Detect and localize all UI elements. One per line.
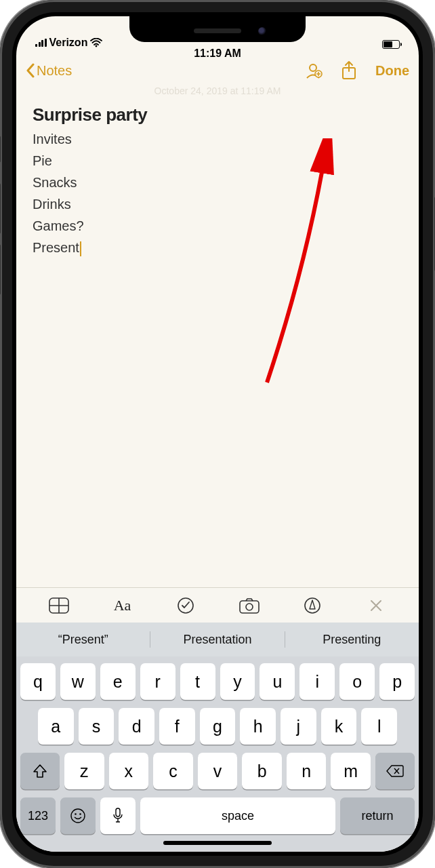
shift-key[interactable] [20,753,60,789]
key-f[interactable]: f [159,708,195,745]
key-g[interactable]: g [200,708,236,745]
home-indicator[interactable] [163,841,272,845]
note-body[interactable]: Surprise party InvitesPieSnacksDrinksGam… [16,96,419,267]
key-e[interactable]: e [100,663,136,700]
svg-point-1 [310,64,316,71]
key-w[interactable]: w [60,663,96,700]
markup-button[interactable] [301,594,324,617]
chevron-left-icon [26,63,35,78]
close-toolbar-button[interactable] [365,594,388,617]
numbers-key[interactable]: 123 [20,797,56,834]
checklist-button[interactable] [174,594,197,617]
note-line: Invites [33,128,402,150]
key-h[interactable]: h [240,708,276,745]
back-label: Notes [37,63,72,79]
svg-rect-6 [240,601,259,613]
emoji-icon [70,808,86,824]
key-u[interactable]: u [260,663,295,700]
key-v[interactable]: v [198,753,238,789]
key-m[interactable]: m [331,753,371,789]
note-date: October 24, 2019 at 11:19 AM [16,85,419,96]
add-person-button[interactable] [302,60,323,81]
note-line: Drinks [33,193,402,215]
key-c[interactable]: c [153,753,193,789]
done-button[interactable]: Done [375,63,409,79]
key-t[interactable]: t [180,663,215,700]
key-q[interactable]: q [20,663,56,700]
key-r[interactable]: r [140,663,175,700]
share-icon [341,60,357,81]
note-title: Surprise party [33,104,402,125]
wifi-icon [90,38,102,47]
suggestion-1[interactable]: “Present” [16,629,150,651]
suggestion-3[interactable]: Presenting [285,629,419,651]
back-button[interactable]: Notes [26,63,72,79]
dictation-key[interactable] [100,797,136,834]
key-z[interactable]: z [64,753,104,789]
key-d[interactable]: d [119,708,154,745]
key-y[interactable]: y [220,663,255,700]
clock: 11:19 AM [194,47,241,60]
key-p[interactable]: p [379,663,415,700]
svg-point-11 [79,813,81,815]
svg-point-7 [246,604,253,610]
note-line: Games? [33,215,402,237]
backspace-icon [386,764,404,778]
shift-icon [33,764,47,778]
key-j[interactable]: j [281,708,316,745]
svg-point-10 [75,813,77,815]
key-o[interactable]: o [339,663,375,700]
svg-rect-12 [116,808,120,816]
key-i[interactable]: i [299,663,335,700]
camera-button[interactable] [238,594,261,617]
return-key[interactable]: return [340,797,415,834]
microphone-icon [112,808,123,824]
key-l[interactable]: l [361,708,397,745]
key-n[interactable]: n [287,753,327,789]
key-a[interactable]: a [38,708,74,745]
suggestion-2[interactable]: Presentation [150,629,284,651]
key-b[interactable]: b [242,753,282,789]
text-cursor [80,241,81,256]
note-line: Snacks [33,172,402,193]
emoji-key[interactable] [60,797,96,834]
format-toolbar: Aa [16,587,419,623]
carrier-label: Verizon [49,37,88,49]
share-button[interactable] [339,60,359,81]
note-line: Present [33,237,402,258]
backspace-key[interactable] [375,753,415,789]
note-line: Pie [33,150,402,172]
cellular-signal-icon [35,39,47,47]
space-key[interactable]: space [140,797,335,834]
close-icon [369,599,383,612]
svg-point-0 [96,45,98,47]
key-x[interactable]: x [109,753,149,789]
text-format-button[interactable]: Aa [110,594,133,617]
svg-point-9 [71,809,85,823]
table-button[interactable] [47,594,70,617]
key-k[interactable]: k [321,708,357,745]
key-s[interactable]: s [79,708,115,745]
predictive-bar: “Present” Presentation Presenting [16,623,419,656]
battery-icon [382,40,400,49]
keyboard: qwertyuiop asdfghjkl zxcvbnm 123 [16,656,419,852]
